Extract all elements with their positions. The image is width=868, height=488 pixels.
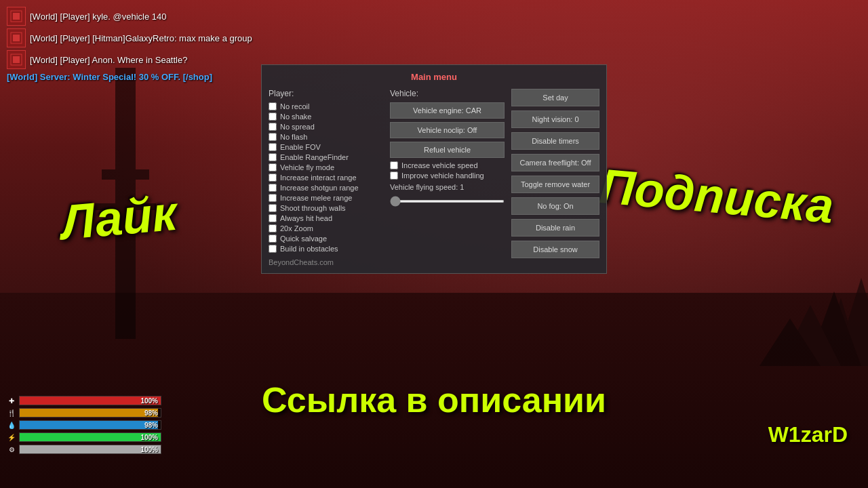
checkbox-shoot-walls[interactable] xyxy=(269,204,277,212)
extra-icon: ⚙ xyxy=(7,445,16,454)
player-label: Player: xyxy=(269,89,383,98)
health-text: 100% xyxy=(140,397,158,405)
stamina-icon: ⚡ xyxy=(7,432,16,442)
option-interact-range[interactable]: Increase interact range xyxy=(269,174,383,182)
option-rangefinder[interactable]: Enable RangeFinder xyxy=(269,153,383,161)
svg-rect-11 xyxy=(13,35,20,41)
label-no-recoil: No recoil xyxy=(280,102,309,110)
disable-snow-button[interactable]: Disable snow xyxy=(511,241,599,258)
vehicle-engine-button[interactable]: Vehicle engine: CAR xyxy=(390,102,505,119)
hud-extra-row: ⚙ 100% xyxy=(7,445,161,454)
checkbox-no-shake[interactable] xyxy=(269,113,277,121)
chat-icon-3 xyxy=(7,50,26,69)
set-day-button[interactable]: Set day xyxy=(511,89,599,106)
label-melee-range: Increase melee range xyxy=(280,194,352,202)
vehicle-label: Vehicle: xyxy=(390,89,505,98)
extra-text: 100% xyxy=(140,446,158,453)
menu-columns: Player: No recoil No shake No spread No … xyxy=(269,89,599,266)
player-column: Player: No recoil No shake No spread No … xyxy=(269,89,383,266)
label-rangefinder: Enable RangeFinder xyxy=(280,153,349,161)
branding-text: BeyondCheats.com xyxy=(269,258,383,266)
option-shotgun-range[interactable]: Increase shotgun range xyxy=(269,184,383,192)
label-no-shake: No shake xyxy=(280,113,311,121)
option-vehicle-fly[interactable]: Vehicle fly mode xyxy=(269,163,383,171)
disable-rain-button[interactable]: Disable rain xyxy=(511,219,599,237)
health-fill xyxy=(20,396,161,405)
checkbox-no-spread[interactable] xyxy=(269,123,277,131)
extra-bar: 100% xyxy=(19,445,161,454)
option-no-recoil[interactable]: No recoil xyxy=(269,102,383,110)
chat-icon-1 xyxy=(7,7,26,26)
option-no-shake[interactable]: No shake xyxy=(269,113,383,121)
svg-rect-9 xyxy=(13,13,20,20)
disable-timers-button[interactable]: Disable timers xyxy=(511,132,599,150)
vehicle-noclip-button[interactable]: Vehicle noclip: Off xyxy=(390,122,505,138)
stamina-bar: 100% xyxy=(19,432,161,442)
checkbox-vehicle-speed[interactable] xyxy=(390,161,398,169)
hud-bars: ✚ 100% 🍴 98% 💧 98% ⚡ 100% ⚙ 100% xyxy=(7,396,161,454)
vehicle-checkboxes: Increase vehicle speed Improve vehicle h… xyxy=(390,161,505,180)
option-hit-head[interactable]: Always hit head xyxy=(269,214,383,222)
option-zoom[interactable]: 20x Zoom xyxy=(269,224,383,232)
chat-icon-2 xyxy=(7,28,26,47)
option-no-flash[interactable]: No flash xyxy=(269,133,383,141)
hud-stamina-row: ⚡ 100% xyxy=(7,432,161,442)
overlay-like-text: Лайк xyxy=(59,185,179,251)
checkbox-hit-head[interactable] xyxy=(269,214,277,222)
label-interact-range: Increase interact range xyxy=(280,174,357,182)
option-no-spread[interactable]: No spread xyxy=(269,123,383,131)
health-bar: 100% xyxy=(19,396,161,405)
overlay-description-text: Ссылка в описании xyxy=(262,380,606,420)
checkbox-melee-range[interactable] xyxy=(269,194,277,202)
right-column: Set day Night vision: 0 Disable timers C… xyxy=(511,89,599,266)
option-vehicle-handling[interactable]: Improve vehicle handling xyxy=(390,171,505,180)
option-vehicle-speed[interactable]: Increase vehicle speed xyxy=(390,161,505,169)
option-quick-salvage[interactable]: Quick salvage xyxy=(269,235,383,243)
label-build-obstacles: Build in obstacles xyxy=(280,245,338,253)
label-shotgun-range: Increase shotgun range xyxy=(280,184,359,192)
checkbox-rangefinder[interactable] xyxy=(269,153,277,161)
chat-area: [World] [Player] kyle. @vehicle 140 [Wor… xyxy=(7,7,252,82)
chat-message-server: [World] Server: Winter Special! 30 % OFF… xyxy=(7,72,252,82)
menu-title: Main menu xyxy=(269,72,599,82)
checkbox-shotgun-range[interactable] xyxy=(269,184,277,192)
health-icon: ✚ xyxy=(7,396,16,405)
checkbox-quick-salvage[interactable] xyxy=(269,235,277,243)
no-fog-button[interactable]: No fog: On xyxy=(511,197,599,215)
checkbox-interact-range[interactable] xyxy=(269,174,277,182)
toggle-remove-water-button[interactable]: Toggle remove water xyxy=(511,176,599,193)
checkbox-no-flash[interactable] xyxy=(269,133,277,141)
chat-message-3: [World] [Player] Anon. Where in Seattle? xyxy=(7,50,252,69)
tree-silhouette xyxy=(631,217,868,366)
option-build-obstacles[interactable]: Build in obstacles xyxy=(269,245,383,253)
food-text: 98% xyxy=(144,409,158,417)
food-icon: 🍴 xyxy=(7,408,16,418)
option-melee-range[interactable]: Increase melee range xyxy=(269,194,383,202)
extra-fill xyxy=(20,445,161,453)
checkbox-vehicle-fly[interactable] xyxy=(269,163,277,171)
label-vehicle-fly: Vehicle fly mode xyxy=(280,163,334,171)
chat-message-1: [World] [Player] kyle. @vehicle 140 xyxy=(7,7,252,26)
label-vehicle-speed: Increase vehicle speed xyxy=(401,161,478,169)
vehicle-column: Vehicle: Vehicle engine: CAR Vehicle noc… xyxy=(390,89,505,266)
vehicle-speed-slider[interactable] xyxy=(390,200,505,203)
label-enable-fov: Enable FOV xyxy=(280,143,321,151)
label-shoot-walls: Shoot through walls xyxy=(280,204,346,212)
stamina-fill xyxy=(20,433,161,441)
label-vehicle-handling: Improve vehicle handling xyxy=(401,171,484,180)
night-vision-button[interactable]: Night vision: 0 xyxy=(511,110,599,128)
hud-water-row: 💧 98% xyxy=(7,420,161,430)
water-icon: 💧 xyxy=(7,420,16,430)
vehicle-speed-label: Vehicle flying speed: 1 xyxy=(390,183,505,191)
checkbox-enable-fov[interactable] xyxy=(269,143,277,151)
checkbox-vehicle-handling[interactable] xyxy=(390,171,398,180)
refuel-vehicle-button[interactable]: Refuel vehicle xyxy=(390,142,505,158)
water-fill xyxy=(20,421,158,429)
label-no-spread: No spread xyxy=(280,123,315,131)
checkbox-build-obstacles[interactable] xyxy=(269,245,277,253)
camera-freeflight-button[interactable]: Camera freeflight: Off xyxy=(511,154,599,171)
option-shoot-walls[interactable]: Shoot through walls xyxy=(269,204,383,212)
checkbox-no-recoil[interactable] xyxy=(269,102,277,110)
checkbox-zoom[interactable] xyxy=(269,224,277,232)
option-enable-fov[interactable]: Enable FOV xyxy=(269,143,383,151)
